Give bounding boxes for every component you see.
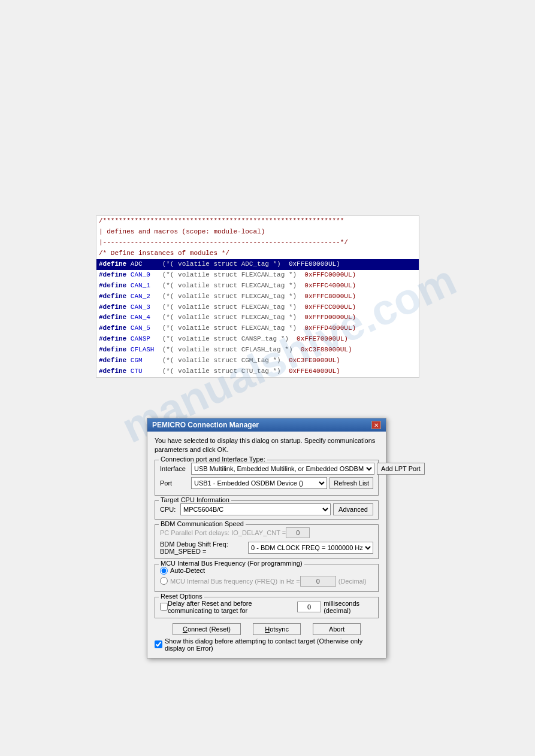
interface-row: Interface USB Multilink, Embedded Multil…	[160, 463, 373, 475]
dialog-intro-text: You have selected to display this dialog…	[155, 436, 379, 455]
advanced-button[interactable]: Advanced	[333, 503, 373, 515]
reset-options-group: Reset Options Delay after Reset and befo…	[155, 597, 379, 618]
connect-reset-button[interactable]: Connect (Reset)	[173, 623, 241, 635]
bdm-parallel-row: PC Parallel Port delays: IO_DELAY_CNT =	[160, 527, 373, 538]
mcu-freq-group-label: MCU Internal Bus Frequency (For programm…	[159, 560, 304, 567]
cpu-label: CPU:	[160, 506, 180, 513]
show-dialog-label: Show this dialog before attempting to co…	[165, 637, 379, 652]
code-comment-1: /***************************************…	[96, 216, 419, 227]
refresh-list-button[interactable]: Refresh List	[330, 477, 373, 489]
mcu-freq-group: MCU Internal Bus Frequency (For programm…	[155, 564, 379, 592]
code-comment-4: /* Define instances of modules */	[96, 248, 419, 259]
auto-detect-label: Auto-Detect	[170, 567, 205, 574]
mcu-freq-label: MCU Internal Bus frequency (FREQ) in Hz …	[170, 578, 300, 585]
bdm-parallel-input	[286, 527, 310, 538]
mcu-freq-radio[interactable]	[160, 577, 168, 585]
code-line-can_4: #define CAN_4 (*( volatile struct FLEXCA…	[96, 312, 419, 323]
mcu-freq-input	[300, 576, 336, 587]
code-line-cansp: #define CANSP (*( volatile struct CANSP_…	[96, 334, 419, 345]
reset-delay-checkbox[interactable]	[160, 603, 168, 611]
code-line-cflash: #define CFLASH (*( volatile struct CFLAS…	[96, 345, 419, 356]
port-row: Port USB1 - Embedded OSDBM Device () Ref…	[160, 477, 373, 489]
show-dialog-checkbox[interactable]	[155, 640, 162, 648]
pemicro-dialog: PEMICRO Connection Manager ✕ You have se…	[147, 418, 386, 658]
bdm-parallel-label: PC Parallel Port delays: IO_DELAY_CNT =	[160, 529, 286, 536]
code-line-ctu: #define CTU (*( volatile struct CTU_tag …	[96, 366, 419, 377]
bdm-shift-label: BDM Debug Shift Freq: BDM_SPEED =	[160, 541, 248, 555]
connection-group-label: Connection port and Interface Type:	[159, 456, 267, 463]
reset-delay-label: Delay after Reset and before communicati…	[168, 600, 295, 614]
code-line-can_3: #define CAN_3 (*( volatile struct FLEXCA…	[96, 302, 419, 313]
dialog-titlebar: PEMICRO Connection Manager ✕	[147, 418, 386, 432]
code-line-can_5: #define CAN_5 (*( volatile struct FLEXCA…	[96, 323, 419, 334]
code-comment-2: | defines and macros (scope: module-loca…	[96, 227, 419, 238]
cpu-select[interactable]: MPC5604B/C	[180, 503, 331, 515]
bdm-shift-select[interactable]: 0 - BDM CLOCK FREQ = 1000000 Hz	[248, 542, 373, 554]
target-cpu-label: Target CPU Information	[159, 496, 231, 503]
mcu-freq-row: MCU Internal Bus frequency (FREQ) in Hz …	[160, 576, 373, 587]
code-line-adc: #define ADC (*( volatile struct ADC_tag …	[96, 259, 419, 270]
dialog-buttons: Connect (Reset) Hotsync Abort	[155, 623, 379, 635]
connection-group: Connection port and Interface Type: Inte…	[155, 460, 379, 496]
target-cpu-group: Target CPU Information CPU: MPC5604B/C A…	[155, 500, 379, 520]
hotsync-button[interactable]: Hotsync	[253, 623, 301, 635]
code-comment-3: |---------------------------------------…	[96, 238, 419, 248]
cpu-row: CPU: MPC5604B/C Advanced	[160, 503, 373, 515]
dialog-close-button[interactable]: ✕	[371, 421, 381, 429]
bdm-group: BDM Communication Speed PC Parallel Port…	[155, 524, 379, 559]
auto-detect-row: Auto-Detect	[160, 567, 373, 575]
reset-delay-row: Delay after Reset and before communicati…	[160, 600, 373, 614]
show-dialog-row: Show this dialog before attempting to co…	[155, 637, 379, 652]
code-line-can_0: #define CAN_0 (*( volatile struct FLEXCA…	[96, 270, 419, 281]
bdm-group-label: BDM Communication Speed	[159, 520, 246, 527]
reset-delay-input[interactable]	[297, 602, 321, 612]
reset-group-label: Reset Options	[159, 593, 204, 600]
abort-button[interactable]: Abort	[313, 623, 361, 635]
dialog-title: PEMICRO Connection Manager	[152, 421, 259, 429]
auto-detect-radio[interactable]	[160, 567, 168, 575]
code-line-can_2: #define CAN_2 (*( volatile struct FLEXCA…	[96, 292, 419, 302]
code-line-can_1: #define CAN_1 (*( volatile struct FLEXCA…	[96, 281, 419, 292]
reset-delay-unit: milliseconds (decimal)	[324, 600, 373, 614]
bdm-shift-row: BDM Debug Shift Freq: BDM_SPEED = 0 - BD…	[160, 541, 373, 555]
port-select[interactable]: USB1 - Embedded OSDBM Device ()	[191, 477, 327, 489]
mcu-freq-unit: (Decimal)	[338, 578, 367, 585]
code-line-cgm: #define CGM (*( volatile struct CGM_tag …	[96, 356, 419, 366]
add-lpt-port-button[interactable]: Add LPT Port	[377, 463, 425, 475]
code-editor: /***************************************…	[96, 215, 419, 378]
interface-label: Interface	[160, 465, 191, 472]
dialog-body: You have selected to display this dialog…	[147, 432, 386, 658]
interface-select[interactable]: USB Multilink, Embedded Multilink, or Em…	[191, 463, 374, 475]
port-label: Port	[160, 479, 191, 487]
